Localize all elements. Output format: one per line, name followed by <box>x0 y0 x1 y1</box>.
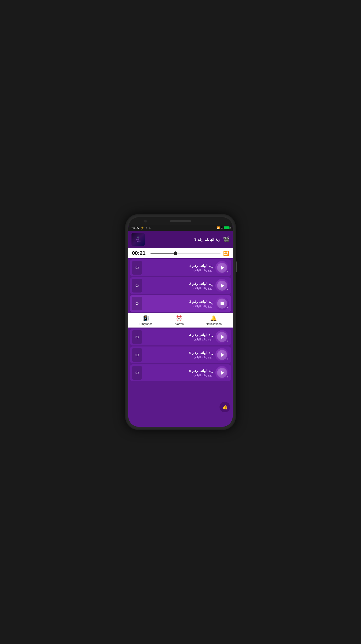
gear-icon-2: ⚙ <box>135 283 139 288</box>
settings-btn-4[interactable]: ⚙ <box>132 330 142 344</box>
song-info-6: رنة الهاتف رقم 6 أروع رنات الهاتف <box>144 369 213 377</box>
now-playing-title: رنة الهاتف رقم 3 <box>147 237 220 241</box>
stop-square-3 <box>221 302 224 305</box>
song-title-3: رنة الهاتف رقم 3 <box>144 300 213 304</box>
progress-thumb[interactable] <box>174 251 177 255</box>
song-item-5[interactable]: ⚙ رنة الهاتف رقم 5 أروع رنات الهاتف ♪ <box>130 346 231 363</box>
song-subtitle-2: أروع رنات الهاتف <box>144 286 213 290</box>
note-badge-6: ♪ <box>226 375 228 379</box>
note-badge-4: ♪ <box>226 339 228 343</box>
gear-icon-1: ⚙ <box>135 265 139 270</box>
notifications-label: Notifications <box>206 322 222 325</box>
song-info-5: رنة الهاتف رقم 5 أروع رنات الهاتف <box>144 351 213 359</box>
song-thumb-2[interactable]: ♪ <box>215 279 229 293</box>
song-thumb-4[interactable]: ♪ <box>215 330 229 344</box>
settings-btn-3[interactable]: ⚙ <box>132 297 142 310</box>
stop-btn-3[interactable] <box>217 299 227 309</box>
play-btn-2[interactable] <box>217 281 227 291</box>
lightning-icon: ⚡ <box>140 226 144 230</box>
song-title-6: رنة الهاتف رقم 6 <box>144 369 213 373</box>
now-playing-header: 🎵رناتالهاتف رنة الهاتف رقم 3 🎬 <box>128 231 233 248</box>
alarms-label: Alarms <box>175 322 184 325</box>
note-badge-3: ♪ <box>226 306 228 309</box>
song-subtitle-4: أروع رنات الهاتف <box>144 338 213 341</box>
app-screen: 23:55 ⚡ ○ ○ 📶 E 🎵رناتالهاتف <box>128 225 233 427</box>
settings-btn-6[interactable]: ⚙ <box>132 366 142 380</box>
song-list: ⚙ رنة الهاتف رقم 1 أروع رنات الهاتف ♪ <box>128 258 233 427</box>
play-triangle-1 <box>221 266 224 270</box>
song-item-6[interactable]: ⚙ رنة الهاتف رقم 6 أروع رنات الهاتف ♪ <box>130 364 231 381</box>
current-time: 00:21 <box>132 250 148 256</box>
progress-bar-container: 00:21 🔁 <box>128 248 233 258</box>
song-item-1[interactable]: ⚙ رنة الهاتف رقم 1 أروع رنات الهاتف ♪ <box>130 259 231 276</box>
settings-btn-5[interactable]: ⚙ <box>132 348 142 362</box>
status-time: 23:55 <box>131 226 139 230</box>
settings-btn-1[interactable]: ⚙ <box>132 261 142 275</box>
song-subtitle-3: أروع رنات الهاتف <box>144 304 213 308</box>
play-btn-6[interactable] <box>217 368 227 378</box>
volume-button[interactable] <box>236 261 237 272</box>
thumbs-up-icon: 👍 <box>222 404 228 410</box>
play-btn-4[interactable] <box>217 332 227 342</box>
song-subtitle-5: أروع رنات الهاتف <box>144 356 213 359</box>
play-triangle-5 <box>221 353 224 357</box>
ringtones-label: Ringtones <box>139 322 153 325</box>
nav-alarms[interactable]: ⏰ Alarms <box>175 315 184 325</box>
settings-btn-2[interactable]: ⚙ <box>132 279 142 293</box>
speaker-grille <box>170 220 191 222</box>
gear-icon-6: ⚙ <box>135 370 139 375</box>
play-triangle-6 <box>221 371 224 375</box>
play-triangle-4 <box>221 335 224 339</box>
album-art: 🎵رناتالهاتف <box>131 233 145 246</box>
ringtones-icon: 📳 <box>143 315 149 321</box>
song-item-4[interactable]: ⚙ رنة الهاتف رقم 4 أروع رنات الهاتف ♪ <box>130 329 231 345</box>
phone-device: 23:55 ⚡ ○ ○ 📶 E 🎵رناتالهاتف <box>125 214 236 430</box>
nav-ringtones[interactable]: 📳 Ringtones <box>139 315 153 325</box>
bottom-nav: 📳 Ringtones ⏰ Alarms 🔔 Notifications <box>128 313 233 328</box>
progress-track[interactable] <box>150 253 221 254</box>
status-right: 📶 E <box>217 226 230 229</box>
song-info-1: رنة الهاتف رقم 1 أروع رنات الهاتف <box>144 264 213 272</box>
song-title-5: رنة الهاتف رقم 5 <box>144 351 213 355</box>
song-info-4: رنة الهاتف رقم 4 أروع رنات الهاتف <box>144 333 213 341</box>
song-info-3: رنة الهاتف رقم 3 أروع رنات الهاتف <box>144 300 213 308</box>
song-thumb-6[interactable]: ♪ <box>215 366 229 380</box>
play-btn-1[interactable] <box>217 263 227 273</box>
fab-like-button[interactable]: 👍 <box>219 402 230 412</box>
phone-top-notch <box>128 217 233 225</box>
progress-fill <box>150 253 175 254</box>
circle-icon-1: ○ <box>146 226 148 230</box>
notifications-icon: 🔔 <box>210 315 217 321</box>
note-badge-1: ♪ <box>226 270 228 274</box>
album-art-text: 🎵رناتالهاتف <box>135 235 141 243</box>
camera-dot <box>144 220 147 222</box>
play-triangle-2 <box>221 284 224 288</box>
song-title-4: رنة الهاتف رقم 4 <box>144 333 213 337</box>
gear-icon-3: ⚙ <box>135 301 139 306</box>
repeat-icon[interactable]: 🔁 <box>223 250 229 256</box>
song-thumb-3[interactable]: ♪ <box>215 297 229 310</box>
status-left: 23:55 ⚡ ○ ○ <box>131 226 151 230</box>
alarms-icon: ⏰ <box>176 315 182 321</box>
song-subtitle-6: أروع رنات الهاتف <box>144 374 213 377</box>
gear-icon-4: ⚙ <box>135 335 139 340</box>
play-btn-5[interactable] <box>217 350 227 360</box>
phone-screen: 23:55 ⚡ ○ ○ 📶 E 🎵رناتالهاتف <box>128 217 233 427</box>
circle-icon-2: ○ <box>149 226 151 230</box>
song-subtitle-1: أروع رنات الهاتف <box>144 269 213 272</box>
nav-notifications[interactable]: 🔔 Notifications <box>206 315 222 325</box>
song-info-2: رنة الهاتف رقم 2 أروع رنات الهاتف <box>144 282 213 290</box>
note-badge-5: ♪ <box>226 357 228 361</box>
note-badge-2: ♪ <box>226 288 228 291</box>
network-type: E <box>221 226 223 229</box>
song-thumb-1[interactable]: ♪ <box>215 261 229 275</box>
song-item-3[interactable]: ⚙ رنة الهاتف رقم 3 أروع رنات الهاتف ♪ <box>130 295 231 312</box>
song-title-2: رنة الهاتف رقم 2 <box>144 282 213 286</box>
queue-icon[interactable]: 🎬 <box>223 236 230 242</box>
song-thumb-5[interactable]: ♪ <box>215 348 229 362</box>
status-bar: 23:55 ⚡ ○ ○ 📶 E <box>128 225 233 231</box>
signal-icon: 📶 <box>217 226 220 229</box>
song-item-2[interactable]: ⚙ رنة الهاتف رقم 2 أروع رنات الهاتف ♪ <box>130 277 231 294</box>
song-title-1: رنة الهاتف رقم 1 <box>144 264 213 268</box>
gear-icon-5: ⚙ <box>135 353 139 358</box>
